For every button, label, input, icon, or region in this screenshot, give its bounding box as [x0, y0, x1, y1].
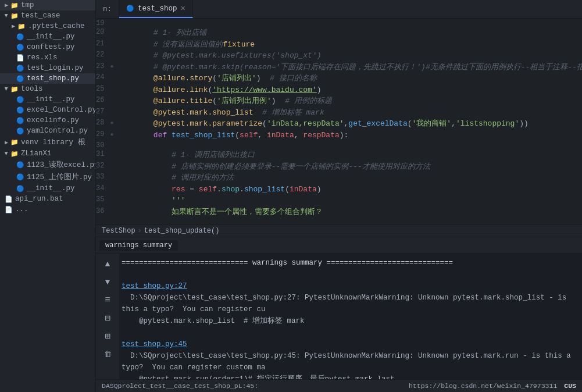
code-line-35: 35 ''' — [96, 195, 582, 206]
breadcrumb: TestShop › test_shop_update() — [96, 224, 582, 237]
file-icon: 🔵 — [16, 173, 24, 181]
status-lang: CUS — [564, 382, 576, 390]
sidebar-item-yaml-control[interactable]: 🔵 yamlControl.py — [0, 126, 95, 136]
folder-icon: 📁 — [10, 2, 19, 9]
sidebar-item-z1[interactable]: 🔵 1123_读取excel.py — [0, 159, 95, 171]
sidebar-item-z-init[interactable]: 🔵 __init__.py — [0, 183, 95, 194]
terminal-line: @pytest.mark.shop_list # 增加标签 mark — [122, 315, 576, 327]
file-icon: 🔵 — [16, 127, 24, 135]
sidebar-item-z2[interactable]: 🔵 1125_上传图片.py — [0, 171, 95, 183]
file-icon: 🔵 — [16, 96, 24, 104]
code-line-29: 29 ● def test_shop_list(self, inData, re… — [96, 130, 582, 141]
status-bar: DASQprolect_test__case_test_shop_pL:45: … — [96, 379, 582, 392]
terminal-file-link-45[interactable]: test_shop.py:45 — [122, 338, 576, 350]
file-icon: 🔵 — [16, 161, 24, 169]
breadcrumb-sep: › — [138, 227, 142, 235]
sidebar-item-res-xls[interactable]: 📄 res.xls — [0, 52, 95, 63]
sidebar: ▶ 📁 tmp ▶ 📁 test_case ▶ 📁 .pytest_cache … — [0, 0, 96, 392]
code-line-21: 21 # 没有返回返回值的fixture — [96, 39, 582, 51]
sidebar-item-venv[interactable]: ▶ 📁 venv library 根 — [0, 136, 95, 148]
arrow-icon: ▶ — [3, 14, 10, 17]
terminal-line — [122, 327, 576, 338]
tab-n[interactable]: n: — [96, 0, 119, 18]
code-line-36: 36 如果断言不是一个属性，需要多个组合判断？ — [96, 206, 582, 218]
sidebar-item-dotfile[interactable]: 📄 ... — [0, 204, 95, 215]
sidebar-item-test-shop[interactable]: 🔵 test_shop.py — [0, 73, 95, 84]
file-icon: 🔵 — [16, 44, 24, 51]
file-icon: 📄 — [5, 195, 13, 203]
terminal-file-link-27[interactable]: test_shop.py:27 — [122, 280, 576, 292]
code-editor[interactable]: 19 20 # 1- 列出店铺 21 — [96, 19, 582, 224]
file-icon: 🔵 — [16, 65, 24, 72]
code-line-33: 33 # 调用对应的方法 — [96, 172, 582, 184]
sidebar-item-tools-init[interactable]: 🔵 __init__.py — [0, 94, 95, 105]
status-right: https://blog.csdn.net/weixin_47973311 CU… — [409, 382, 576, 390]
sidebar-item-api-run[interactable]: 📄 api_run.bat — [0, 194, 95, 204]
arrow-icon: ▶ — [5, 2, 8, 9]
folder-icon: 📁 — [17, 23, 26, 30]
terminal-tab-bar: warnings summary — [96, 237, 582, 254]
terminal-tab-warnings[interactable]: warnings summary — [99, 240, 178, 251]
sidebar-item-pytest-cache[interactable]: ▶ 📁 .pytest_cache — [0, 21, 95, 31]
code-line-22: 22 # @pytest.mark.usefixtures('shop_xt') — [96, 50, 582, 62]
breadcrumb-method: test_shop_update() — [144, 227, 220, 235]
close-tab-button[interactable]: × — [181, 4, 185, 13]
tab-file-icon: 🔵 — [126, 5, 134, 12]
tab-test-shop[interactable]: 🔵 test_shop × — [119, 0, 193, 18]
folder-icon: 📁 — [10, 150, 19, 158]
sidebar-item-excelinfo[interactable]: 🔵 excelinfo.py — [0, 115, 95, 126]
terminal-line: D:\SQproject\test_case\test_shop.py:27: … — [122, 292, 576, 315]
folder-icon: 📁 — [10, 12, 19, 20]
arrow-icon: ▶ — [3, 152, 10, 155]
file-icon: 🔵 — [16, 117, 24, 124]
code-line-20: 20 # 1- 列出店铺 — [96, 27, 582, 39]
editor-area: n: 🔵 test_shop × 19 — [96, 0, 582, 392]
code-table: 19 20 # 1- 列出店铺 21 — [96, 19, 582, 218]
terminal-line: @pytest.mark.run(order=1)# 指定运行顺序，最后pyte… — [122, 373, 576, 379]
sidebar-item-test-case[interactable]: ▶ 📁 test_case — [0, 10, 95, 21]
terminal-content[interactable]: ============================= warnings s… — [96, 254, 582, 379]
arrow-icon: ▶ — [3, 87, 10, 91]
sidebar-item-init[interactable]: 🔵 __init__.py — [0, 31, 95, 42]
file-icon: 📄 — [16, 54, 24, 62]
file-icon: 🔵 — [16, 33, 24, 41]
status-brand: https://blog.csdn.net/weixin_47973311 — [409, 382, 557, 390]
folder-icon: 📁 — [10, 85, 19, 93]
breadcrumb-class: TestShop — [102, 227, 135, 235]
file-icon: 🔵 — [16, 185, 24, 193]
terminal-line: ============================= warnings s… — [122, 257, 576, 269]
code-line-31: 31 # 1- 调用店铺列出接口 — [96, 149, 582, 161]
status-path: DASQprolect_test__case_test_shop_pL:45: — [102, 382, 258, 390]
code-line-28: 28 ● @pytest.mark.parametrize('inData,re… — [96, 118, 582, 130]
tab-bar: n: 🔵 test_shop × — [96, 0, 582, 19]
sidebar-item-tools[interactable]: ▶ 📁 tools — [0, 84, 95, 94]
sidebar-item-excel-control[interactable]: 🔵 excel_Control.py — [0, 105, 95, 115]
file-icon: 🔵 — [16, 106, 24, 114]
code-line-32: 32 # 店铺实例的创建必须要登录--需要一个店铺的实例---才能使用对应的方法 — [96, 161, 582, 173]
arrow-icon: ▶ — [5, 139, 8, 146]
code-line-24: 24 @allure.story('店铺列出') # 接口的名称 — [96, 73, 582, 84]
code-line-26: 26 @allure.title('店铺列出用例') # 用例的标题 — [96, 95, 582, 107]
code-line-25: 25 @allure.link('https://www.baidu.com') — [96, 84, 582, 96]
tab-label: test_shop — [138, 5, 177, 13]
code-line-30: 30 — [96, 141, 582, 149]
file-icon: 🔵 — [16, 75, 24, 83]
sidebar-item-tmp[interactable]: ▶ 📁 tmp — [0, 0, 95, 10]
code-line-27: 27 @pytest.mark.shop_list # 增加标签 mark — [96, 107, 582, 119]
terminal-line — [122, 269, 576, 280]
code-line-34: 34 res = self.shop.shop_list(inData) — [96, 184, 582, 195]
terminal-area: warnings summary ▲ ▼ ≡ ⊟ ⊞ 🗑 ===========… — [96, 237, 582, 379]
arrow-icon: ▶ — [12, 23, 15, 30]
sidebar-item-test-login[interactable]: 🔵 test_login.py — [0, 63, 95, 73]
terminal-line: D:\SQproject\test_case\test_shop.py:45: … — [122, 350, 576, 373]
tab-label: n: — [103, 5, 112, 13]
file-icon: 📄 — [5, 206, 13, 213]
code-line-19: 19 — [96, 19, 582, 27]
folder-icon: 📁 — [10, 138, 19, 146]
status-left: DASQprolect_test__case_test_shop_pL:45: — [102, 382, 258, 390]
code-line-23: 23 ● # @pytest.mark.skip(reason='下面接口后端存… — [96, 62, 582, 73]
sidebar-item-zlianxi[interactable]: ▶ 📁 ZLianXi — [0, 148, 95, 159]
sidebar-item-conftest[interactable]: 🔵 conftest.py — [0, 42, 95, 52]
